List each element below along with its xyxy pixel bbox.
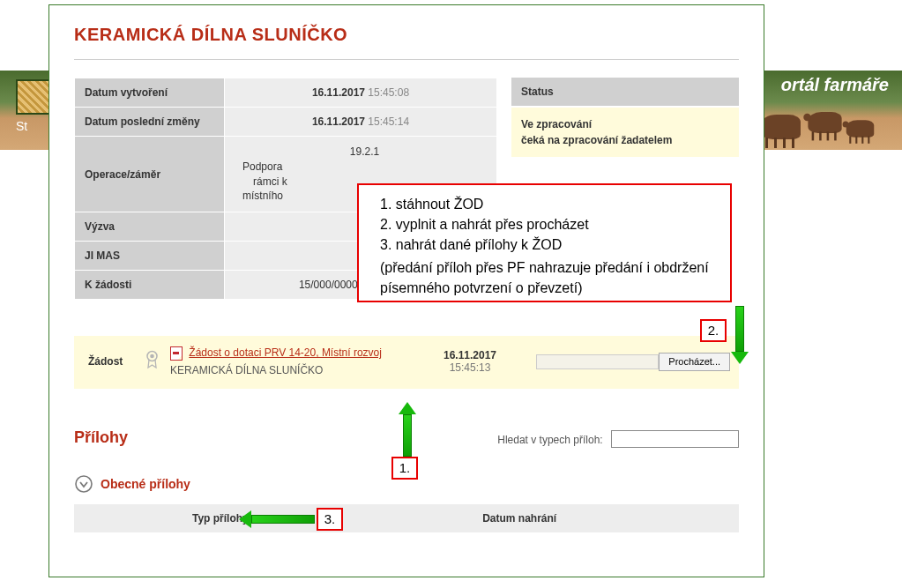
operation-label: Operace/záměr <box>75 137 225 212</box>
callout-2: 2. <box>700 319 727 342</box>
vyzva-label: Výzva <box>75 212 225 242</box>
attachment-search-label: Hledat v typech příloh: <box>497 433 602 445</box>
cattle-silhouette-icon <box>761 97 876 145</box>
arrow-left-icon <box>239 510 315 528</box>
status-header: Status <box>511 78 739 107</box>
request-label: Žádost <box>83 355 145 368</box>
banner-left-text: St <box>16 119 27 133</box>
modified-label: Datum poslední změny <box>75 108 225 137</box>
arrow-down-icon <box>731 306 749 364</box>
svg-point-1 <box>150 354 154 358</box>
col-date: Datum nahrání <box>367 512 673 525</box>
status-body: Ve zpracování čeká na zpracování žadatel… <box>511 107 739 157</box>
modified-value: 16.11.2017 15:45:14 <box>225 108 497 137</box>
application-request-row: Žádost Žádost o dotaci PRV 14-20, Místní… <box>74 336 739 389</box>
application-subname: KERAMICKÁ DÍLNA SLUNÍČKO <box>170 364 404 376</box>
upload-filename-field <box>536 354 659 369</box>
request-timestamp: 16.11.2017 15:45:13 <box>404 349 536 374</box>
pdf-file-icon <box>170 346 183 361</box>
page-title: KERAMICKÁ DÍLNA SLUNÍČKO <box>74 25 739 60</box>
created-value: 16.11.2017 15:45:08 <box>225 78 497 108</box>
signature-rosette-icon <box>145 350 160 374</box>
attachment-columns-header: Typ přílohy Datum nahrání <box>74 504 739 532</box>
attachment-search-input[interactable] <box>611 430 739 448</box>
browse-button[interactable]: Procházet... <box>659 353 730 371</box>
created-label: Datum vytvoření <box>75 78 225 108</box>
jimas-label: JI MAS <box>75 242 225 271</box>
szif-logo-icon <box>16 79 51 115</box>
arrow-up-icon <box>399 402 416 457</box>
banner-right-text: ortál farmáře <box>781 75 889 95</box>
svg-point-2 <box>76 476 92 492</box>
application-download-link[interactable]: Žádost o dotaci PRV 14-20, Místní rozvoj <box>189 346 382 359</box>
chevron-down-circle-icon <box>74 474 93 494</box>
attachments-heading: Přílohy <box>74 428 128 447</box>
callout-1: 1. <box>391 457 418 480</box>
instructions-callout: stáhnout ŽOD vyplnit a nahrát přes proch… <box>357 183 732 302</box>
callout-3: 3. <box>317 508 343 531</box>
kzadosti-label: K žádosti <box>75 271 225 300</box>
status-box: Status Ve zpracování čeká na zpracování … <box>511 78 739 157</box>
